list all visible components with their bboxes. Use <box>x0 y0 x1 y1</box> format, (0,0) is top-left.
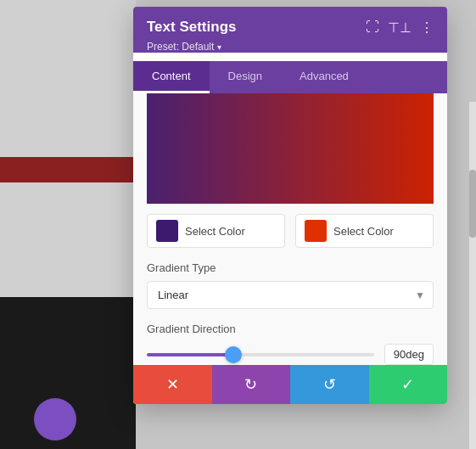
color-selectors-row: Select Color Select Color <box>147 214 434 248</box>
text-settings-modal: Text Settings ⛶ ⊤⊥ ⋮ Preset: Default ▾ C… <box>133 7 447 404</box>
gradient-direction-label: Gradient Direction <box>147 323 434 335</box>
gradient-type-select[interactable]: Linear Radial <box>147 281 434 309</box>
preset-arrow-icon: ▾ <box>217 42 221 52</box>
undo-button[interactable]: ↻ <box>212 365 291 404</box>
confirm-button[interactable]: ✓ <box>369 365 448 404</box>
modal-header: Text Settings ⛶ ⊤⊥ ⋮ Preset: Default ▾ <box>133 7 447 53</box>
color-selector-1-label: Select Color <box>185 225 245 238</box>
direction-slider-track[interactable] <box>147 353 374 356</box>
color-selector-2[interactable]: Select Color <box>295 214 434 248</box>
gradient-type-select-wrapper: Linear Radial ▼ <box>147 281 434 309</box>
direction-row: 90deg <box>147 344 434 365</box>
degree-value[interactable]: 90deg <box>384 344 434 365</box>
more-icon[interactable]: ⋮ <box>420 20 434 36</box>
gradient-preview[interactable] <box>147 93 434 204</box>
preset-row[interactable]: Preset: Default ▾ <box>147 41 434 53</box>
columns-icon[interactable]: ⊤⊥ <box>388 20 412 36</box>
tab-advanced[interactable]: Advanced <box>281 61 367 93</box>
modal-title: Text Settings <box>147 19 236 36</box>
modal-footer: ✕ ↻ ↺ ✓ <box>133 365 447 404</box>
header-top-row: Text Settings ⛶ ⊤⊥ ⋮ <box>147 19 434 36</box>
color-swatch-2 <box>305 220 327 242</box>
sidebar-dark-strip <box>0 157 136 182</box>
resize-icon[interactable]: ⛶ <box>366 20 379 35</box>
sidebar-circle <box>34 398 76 441</box>
direction-slider-thumb[interactable] <box>225 346 242 363</box>
scrollbar-thumb[interactable] <box>469 170 476 238</box>
color-swatch-1 <box>156 220 178 242</box>
cancel-button[interactable]: ✕ <box>133 365 212 404</box>
color-selector-2-label: Select Color <box>333 225 394 238</box>
gradient-type-label: Gradient Type <box>147 261 434 274</box>
tab-design[interactable]: Design <box>210 61 281 93</box>
redo-button[interactable]: ↺ <box>290 365 369 404</box>
color-selector-1[interactable]: Select Color <box>147 214 285 248</box>
preset-label: Preset: Default <box>147 41 214 53</box>
tab-content[interactable]: Content <box>133 61 210 93</box>
header-icons-group: ⛶ ⊤⊥ ⋮ <box>366 20 434 36</box>
tabs-bar: Content Design Advanced <box>133 61 447 93</box>
modal-body: Select Color Select Color Gradient Type … <box>133 93 447 365</box>
scrollbar-track <box>469 102 476 449</box>
